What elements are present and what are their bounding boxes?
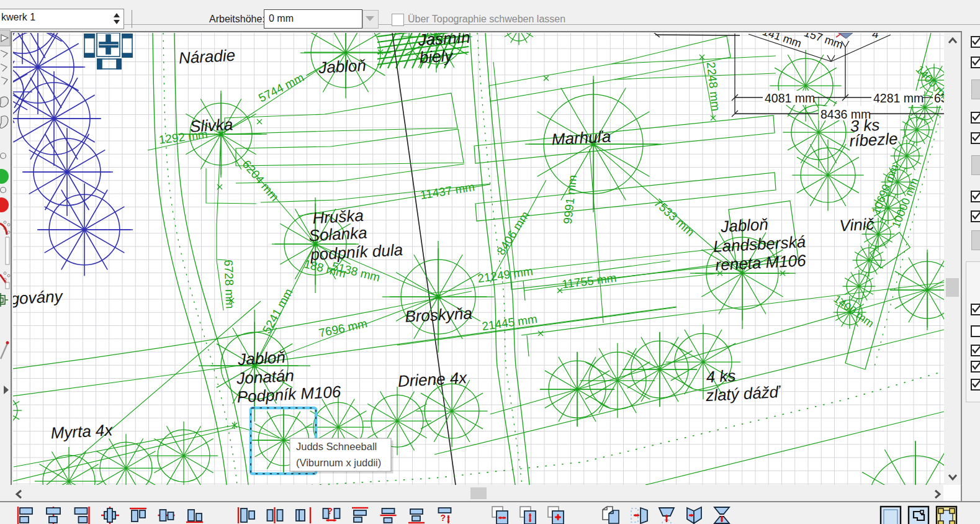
svg-text:5744 mm: 5744 mm: [256, 71, 306, 105]
svg-text:Jonatán: Jonatán: [236, 366, 295, 388]
svg-text:11755 mm: 11755 mm: [561, 271, 617, 291]
svg-text:Driene 4x: Driene 4x: [397, 368, 468, 391]
svg-text:6204 mm: 6204 mm: [240, 158, 281, 204]
svg-text:podpník dula: podpník dula: [309, 240, 403, 264]
svg-text:zlatý dážď: zlatý dážď: [704, 382, 781, 405]
svg-text:biely: biely: [419, 47, 454, 67]
svg-text:Solanka: Solanka: [308, 224, 367, 245]
svg-text:Jabloň: Jabloň: [719, 215, 768, 236]
svg-text:Myrta 4x: Myrta 4x: [50, 420, 114, 442]
svg-text:Slivka: Slivka: [189, 115, 233, 136]
svg-text:8406 mm: 8406 mm: [494, 209, 532, 258]
svg-text:4: 4: [872, 33, 879, 40]
svg-text:4 ks: 4 ks: [706, 366, 736, 386]
svg-text:Vinič: Vinič: [839, 215, 874, 235]
svg-text:6728 mm: 6728 mm: [222, 260, 237, 309]
svg-text:reneta M106: reneta M106: [715, 251, 807, 274]
svg-text:11437 mm: 11437 mm: [420, 180, 476, 202]
svg-text:?: ?: [327, 506, 333, 516]
svg-text:141 mm: 141 mm: [761, 33, 803, 50]
svg-text:Náradie: Náradie: [178, 46, 236, 68]
svg-text:(Viburnum x juddii): (Viburnum x juddii): [296, 457, 381, 468]
svg-text:Marhuľa: Marhuľa: [551, 127, 611, 149]
svg-text:9991 mm: 9991 mm: [561, 174, 579, 225]
svg-text:ríbezle: ríbezle: [849, 129, 899, 150]
svg-text:Broskyňa: Broskyňa: [405, 304, 473, 326]
svg-text:7533 mm: 7533 mm: [652, 196, 697, 239]
svg-text:21249 mm: 21249 mm: [477, 264, 534, 285]
svg-text:5138 mm: 5138 mm: [331, 260, 382, 284]
svg-text:?: ?: [441, 513, 446, 523]
svg-text:4281 mm: 4281 mm: [873, 91, 924, 105]
svg-text:2248 mm: 2248 mm: [704, 61, 722, 112]
svg-text:Jabloň: Jabloň: [317, 56, 366, 77]
svg-text:Jabloň: Jabloň: [236, 348, 285, 369]
svg-text:Judds Schneeball: Judds Schneeball: [296, 441, 377, 452]
svg-text:4081 mm: 4081 mm: [765, 91, 815, 105]
svg-text:govány: govány: [13, 287, 64, 308]
